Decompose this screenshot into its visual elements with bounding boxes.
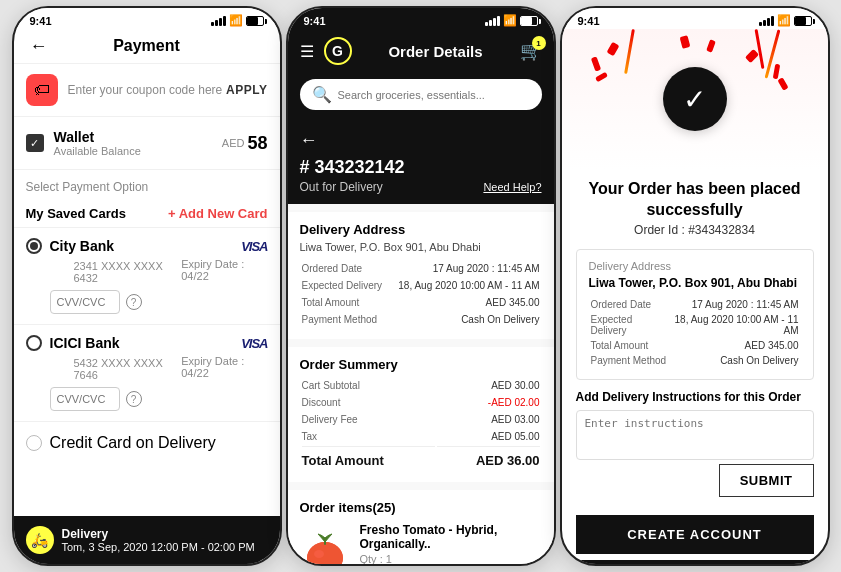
value: AED 30.00 xyxy=(437,378,540,393)
success-content: Your Order has been placed successfully … xyxy=(562,169,828,564)
discount-value: -AED 02.00 xyxy=(437,395,540,410)
status-bar-1: 9:41 📶 xyxy=(14,8,280,29)
back-button[interactable]: ← xyxy=(30,36,48,57)
cart-icon[interactable]: 🛒 1 xyxy=(520,40,542,62)
delivery-label: Delivery xyxy=(62,527,255,541)
icici-bank-expiry: Expiry Date : 04/22 xyxy=(181,355,267,383)
status-icons-1: 📶 xyxy=(211,14,264,27)
wallet-sublabel: Available Balance xyxy=(54,145,222,157)
delivery-address-3: Liwa Tower, P.O. Box 901, Abu Dhabi xyxy=(589,276,801,290)
nav-title: Order Details xyxy=(362,43,510,60)
search-input[interactable] xyxy=(338,89,530,101)
total-value: AED 36.00 xyxy=(437,446,540,470)
streamer-2 xyxy=(755,29,765,69)
credit-delivery-row[interactable]: Credit Card on Delivery xyxy=(14,422,280,464)
time-1: 9:41 xyxy=(30,15,52,27)
select-payment-label: Select Payment Option xyxy=(14,170,280,200)
clearfix: SUBMIT xyxy=(576,464,814,505)
order-id: Order Id : #343432834 xyxy=(576,223,814,237)
label: Delivery Fee xyxy=(302,412,435,427)
icici-bank-cvv-input[interactable] xyxy=(50,387,120,411)
order-summary-section: Order Summery Cart SubtotalAED 30.00 Dis… xyxy=(288,347,554,482)
need-help-link[interactable]: Need Help? xyxy=(483,181,541,193)
city-bank-cvv-input[interactable] xyxy=(50,290,120,314)
credit-delivery-radio[interactable] xyxy=(26,435,42,451)
value: AED 03.00 xyxy=(437,412,540,427)
success-checkmark: ✓ xyxy=(663,67,727,131)
signal-bar-12 xyxy=(771,16,774,26)
confetti-7 xyxy=(595,72,608,82)
value: 17 Aug 2020 : 11:45 AM xyxy=(669,298,799,311)
signal-bar-7 xyxy=(493,18,496,26)
instructions-input[interactable] xyxy=(576,410,814,460)
wallet-row[interactable]: ✓ Wallet Available Balance AED 58 xyxy=(14,117,280,170)
status-icons-3: 📶 xyxy=(759,14,812,27)
signal-bar-8 xyxy=(497,16,500,26)
cvv-help-icon[interactable]: ? xyxy=(126,294,142,310)
streamer-3 xyxy=(624,29,635,74)
back-button-2[interactable]: ← xyxy=(300,130,318,151)
value: AED 345.00 xyxy=(669,339,799,352)
success-screen: 9:41 📶 xyxy=(560,6,830,566)
value: 17 Aug 2020 : 11:45 AM xyxy=(389,261,539,276)
status-icons-2: 📶 xyxy=(485,14,538,27)
product-name: Fresho Tomato - Hybrid, Organically.. xyxy=(360,523,542,551)
battery-icon xyxy=(246,16,264,26)
label: Payment Method xyxy=(591,354,667,367)
city-bank-radio[interactable] xyxy=(26,238,42,254)
search-bar: 🔍 xyxy=(300,79,542,110)
value: AED 05.00 xyxy=(437,429,540,444)
signal-bar-9 xyxy=(759,22,762,26)
wallet-info: Wallet Available Balance xyxy=(54,129,222,157)
city-bank-visa: VISA xyxy=(241,239,267,254)
label: Total Amount xyxy=(591,339,667,352)
icici-bank-number: 5432 XXXX XXXX 7646 xyxy=(74,357,182,381)
icici-bank-card[interactable]: ICICI Bank VISA 5432 XXXX XXXX 7646 Expi… xyxy=(14,325,280,422)
table-row: Total AmountAED 345.00 xyxy=(591,339,799,352)
table-row: Delivery FeeAED 03.00 xyxy=(302,412,540,427)
wifi-icon: 📶 xyxy=(229,14,243,27)
icici-cvv-help-icon[interactable]: ? xyxy=(126,391,142,407)
delivery-address-value: Liwa Tower, P.O. Box 901, Abu Dhabi xyxy=(300,241,542,253)
icici-bank-radio[interactable] xyxy=(26,335,42,351)
signal-bar-10 xyxy=(763,20,766,26)
order-details-screen: 9:41 📶 ☰ G Order Details 🛒 1 xyxy=(286,6,556,566)
label: Total Amount xyxy=(302,295,388,310)
create-account-button[interactable]: CREATE ACCOUNT xyxy=(576,515,814,554)
signal-bar-4 xyxy=(223,16,226,26)
city-bank-name: City Bank xyxy=(50,238,242,254)
rate-us-button[interactable]: RATE US xyxy=(576,560,814,564)
signal-bar-6 xyxy=(489,20,492,26)
city-bank-card[interactable]: City Bank VISA 2341 XXXX XXXX 6432 Expir… xyxy=(14,228,280,325)
confetti-6 xyxy=(773,64,781,80)
coupon-row[interactable]: 🏷 Enter your coupon code here APPLY xyxy=(14,64,280,117)
add-new-card-button[interactable]: + Add New Card xyxy=(168,206,268,221)
saved-cards-label: My Saved Cards xyxy=(26,206,126,221)
svg-point-1 xyxy=(307,542,343,565)
table-row: Discount-AED 02.00 xyxy=(302,395,540,410)
table-row: Expected Delivery18, Aug 2020 10:00 AM -… xyxy=(591,313,799,337)
submit-button[interactable]: SUBMIT xyxy=(719,464,814,497)
credit-delivery-label: Credit Card on Delivery xyxy=(50,434,216,452)
icici-bank-name: ICICI Bank xyxy=(50,335,242,351)
wifi-icon-3: 📶 xyxy=(777,14,791,27)
hamburger-menu[interactable]: ☰ xyxy=(300,42,314,61)
value: Cash On Delivery xyxy=(669,354,799,367)
page-title: Payment xyxy=(113,37,180,55)
wallet-amount: 58 xyxy=(247,133,267,154)
success-delivery-section: Delivery Address Liwa Tower, P.O. Box 90… xyxy=(576,249,814,380)
product-info: Fresho Tomato - Hybrid, Organically.. Qt… xyxy=(360,523,542,564)
order-details-table: Ordered Date17 Aug 2020 : 11:45 AM Expec… xyxy=(300,259,542,329)
delivery-info: Delivery Tom, 3 Sep, 2020 12:00 PM - 02:… xyxy=(62,527,255,553)
signal-bar-11 xyxy=(767,18,770,26)
summary-table: Cart SubtotalAED 30.00 Discount-AED 02.0… xyxy=(300,376,542,472)
wallet-checkbox[interactable]: ✓ xyxy=(26,134,44,152)
total-row: Total AmountAED 36.00 xyxy=(302,446,540,470)
confetti-1 xyxy=(607,42,620,56)
apply-button[interactable]: APPLY xyxy=(226,83,267,97)
delivery-address-label-3: Delivery Address xyxy=(589,260,801,272)
payment-header: ← Payment xyxy=(14,29,280,64)
success-title: Your Order has been placed successfully xyxy=(576,179,814,221)
status-bar-3: 9:41 📶 xyxy=(562,8,828,29)
product-row: Fresho Tomato - Hybrid, Organically.. Qt… xyxy=(300,523,542,564)
